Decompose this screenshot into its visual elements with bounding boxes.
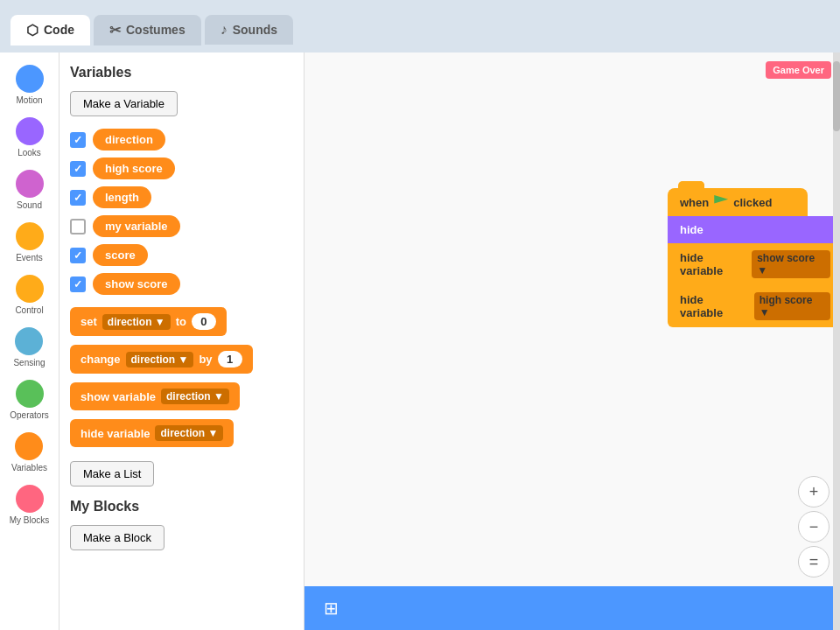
hide-variable-block-row: hide variable direction ▼ <box>70 419 293 447</box>
change-value-input[interactable]: 1 <box>218 351 242 368</box>
var-checkbox-direction[interactable] <box>70 132 86 148</box>
var-checkbox-show-score[interactable] <box>70 276 86 292</box>
tab-code[interactable]: ⬡ Code <box>10 15 90 46</box>
hide-variable-high-score-block[interactable]: hide variable high score ▼ <box>668 285 840 327</box>
var-row-score: score <box>70 244 293 266</box>
hide-label: hide <box>680 223 704 236</box>
sidebar-item-looks[interactable]: Looks <box>12 114 47 161</box>
flag-icon <box>714 195 728 209</box>
panel-title: Variables <box>70 65 293 80</box>
sidebar-item-operators[interactable]: Operators <box>6 376 52 424</box>
change-block[interactable]: change direction ▼ by 1 <box>70 345 253 374</box>
sidebar-item-events[interactable]: Events <box>12 219 47 266</box>
var-pill-show-score[interactable]: show score <box>93 273 180 295</box>
make-block-button[interactable]: Make a Block <box>70 525 164 550</box>
change-var-dropdown[interactable]: direction ▼ <box>126 352 194 368</box>
var-checkbox-my-variable[interactable] <box>70 219 86 234</box>
var-checkbox-length[interactable] <box>70 190 86 206</box>
set-value-input[interactable]: 0 <box>192 313 216 330</box>
set-var-dropdown[interactable]: direction ▼ <box>102 314 171 330</box>
scrollbar-thumb <box>833 61 840 131</box>
when-flag-clicked-hat[interactable]: when clicked <box>668 188 808 216</box>
operators-dot <box>16 380 44 408</box>
make-variable-button[interactable]: Make a Variable <box>70 91 178 116</box>
var-pill-score[interactable]: score <box>93 244 148 266</box>
main-layout: Motion Looks Sound Events Control Sensin… <box>0 52 840 630</box>
when-label: when <box>680 196 709 209</box>
show-variable-dropdown[interactable]: direction ▼ <box>161 388 229 404</box>
bottom-icon[interactable]: ⊞ <box>315 592 346 624</box>
change-label: change <box>80 353 121 366</box>
hide-variable-block[interactable]: hide variable direction ▼ <box>70 419 234 447</box>
hide-variable-1-label: hide variable <box>680 251 746 277</box>
var-row-length: length <box>70 186 293 208</box>
sidebar-item-sound[interactable]: Sound <box>12 166 47 214</box>
events-dot <box>16 222 44 250</box>
right-scrollbar[interactable] <box>833 52 840 630</box>
canvas-area: Game Over when clicked hide hide variabl… <box>304 52 840 630</box>
var-pill-direction[interactable]: direction <box>93 129 165 150</box>
tab-sounds[interactable]: ♪ Sounds <box>205 15 293 45</box>
when-flag-clicked-group: when clicked hide hide variable show sco… <box>668 188 840 327</box>
change-block-row: change direction ▼ by 1 <box>70 345 293 374</box>
game-over-badge: Game Over <box>766 61 831 79</box>
categories-sidebar: Motion Looks Sound Events Control Sensin… <box>0 52 60 630</box>
set-to-label: to <box>176 315 186 328</box>
sounds-icon: ♪ <box>220 22 228 38</box>
events-label: Events <box>16 253 43 262</box>
sound-label: Sound <box>17 200 42 210</box>
variables-dot <box>15 432 43 460</box>
make-list-button[interactable]: Make a List <box>70 461 154 486</box>
looks-label: Looks <box>18 148 41 158</box>
zoom-reset-button[interactable]: = <box>798 546 830 578</box>
sidebar-item-variables[interactable]: Variables <box>8 429 51 476</box>
looks-dot <box>16 117 44 145</box>
sidebar-item-myblocks[interactable]: My Blocks <box>6 481 53 528</box>
myblocks-label: My Blocks <box>10 515 50 525</box>
var-pill-high-score[interactable]: high score <box>93 158 175 179</box>
costumes-icon: ✂ <box>109 22 121 38</box>
change-by-label: by <box>199 353 212 366</box>
sound-dot <box>16 170 44 198</box>
var-pill-length[interactable]: length <box>93 186 151 208</box>
zoom-controls: + − = <box>798 476 830 578</box>
motion-dot <box>16 65 44 93</box>
hide-variable-2-label: hide variable <box>680 293 749 319</box>
zoom-in-button[interactable]: + <box>798 476 830 508</box>
sidebar-item-control[interactable]: Control <box>11 271 46 318</box>
var-pill-my-variable[interactable]: my variable <box>93 215 180 237</box>
zoom-out-button[interactable]: − <box>798 511 830 542</box>
set-block-row: set direction ▼ to 0 <box>70 307 293 336</box>
high-score-dropdown[interactable]: high score ▼ <box>754 292 830 320</box>
var-row-high-score: high score <box>70 158 293 179</box>
clicked-label: clicked <box>733 196 772 209</box>
var-row-direction: direction <box>70 129 293 150</box>
show-variable-block-row: show variable direction ▼ <box>70 382 293 410</box>
var-row-my-variable: my variable <box>70 215 293 237</box>
set-block[interactable]: set direction ▼ to 0 <box>70 307 227 336</box>
operators-label: Operators <box>10 410 48 420</box>
control-label: Control <box>15 305 43 315</box>
control-dot <box>16 275 44 303</box>
show-variable-label: show variable <box>80 390 156 403</box>
tab-costumes[interactable]: ✂ Costumes <box>94 15 201 46</box>
hide-block[interactable]: hide <box>668 216 840 243</box>
bottom-bar: ⊞ <box>304 586 840 630</box>
var-row-show-score: show score <box>70 273 293 295</box>
show-score-dropdown[interactable]: show score ▼ <box>752 250 830 278</box>
hide-variable-show-score-block[interactable]: hide variable show score ▼ <box>668 243 840 285</box>
show-variable-block[interactable]: show variable direction ▼ <box>70 382 240 410</box>
tab-costumes-label: Costumes <box>126 23 186 37</box>
hide-variable-dropdown[interactable]: direction ▼ <box>155 425 223 441</box>
myblocks-dot <box>16 485 44 513</box>
hide-variable-label: hide variable <box>80 427 150 440</box>
motion-label: Motion <box>16 95 42 105</box>
set-label: set <box>80 315 97 328</box>
my-blocks-title: My Blocks <box>70 499 293 514</box>
code-icon: ⬡ <box>26 22 38 38</box>
sidebar-item-sensing[interactable]: Sensing <box>10 324 48 371</box>
var-checkbox-score[interactable] <box>70 248 86 263</box>
tab-sounds-label: Sounds <box>233 23 277 37</box>
var-checkbox-high-score[interactable] <box>70 161 86 177</box>
sidebar-item-motion[interactable]: Motion <box>12 61 47 108</box>
